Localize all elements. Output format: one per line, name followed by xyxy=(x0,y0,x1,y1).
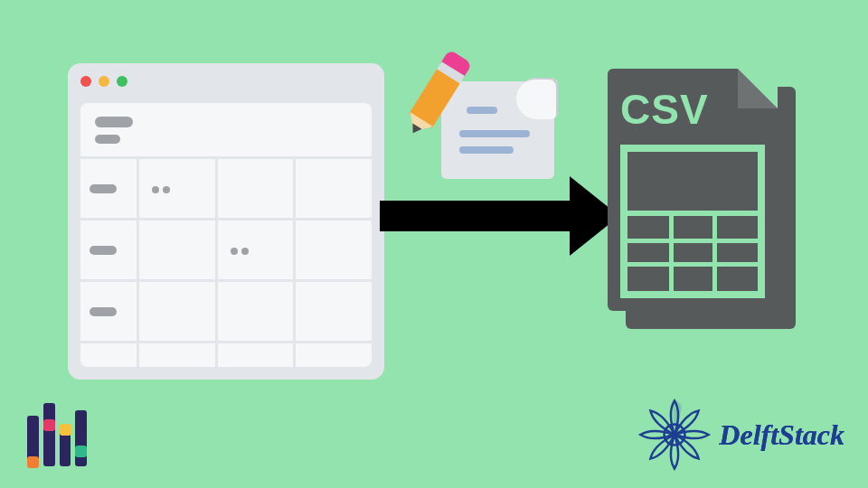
csv-inner-table-icon xyxy=(620,145,765,298)
mandala-logo-icon: </> xyxy=(637,398,712,472)
paper-pencil-icon xyxy=(428,65,563,192)
right-arrow-icon xyxy=(380,201,574,231)
diagram-canvas: CSV xyxy=(0,0,868,488)
traffic-light-close-icon xyxy=(80,76,91,87)
table-header xyxy=(80,103,372,159)
brand-name: DelftStack xyxy=(719,418,844,452)
table-row xyxy=(80,282,372,343)
table-row xyxy=(80,159,372,221)
csv-file-icon: CSV xyxy=(608,69,797,340)
csv-label: CSV xyxy=(620,85,709,134)
delftstack-brand: </> DelftStack xyxy=(637,398,844,472)
csv-file-fold-icon xyxy=(738,69,778,108)
table-grid xyxy=(80,159,372,367)
csv-file-front-icon: CSV xyxy=(608,69,778,311)
traffic-light-zoom-icon xyxy=(117,76,127,87)
spreadsheet-window-icon xyxy=(68,63,384,380)
window-titlebar xyxy=(68,63,384,99)
svg-text:</>: </> xyxy=(666,431,683,441)
paper-curl-icon xyxy=(516,78,558,119)
paper-icon xyxy=(441,81,554,179)
table-row xyxy=(80,343,372,367)
traffic-light-minimize-icon xyxy=(99,76,109,87)
bars-logo-icon xyxy=(27,401,87,466)
window-body xyxy=(80,103,372,367)
table-row xyxy=(80,221,372,282)
